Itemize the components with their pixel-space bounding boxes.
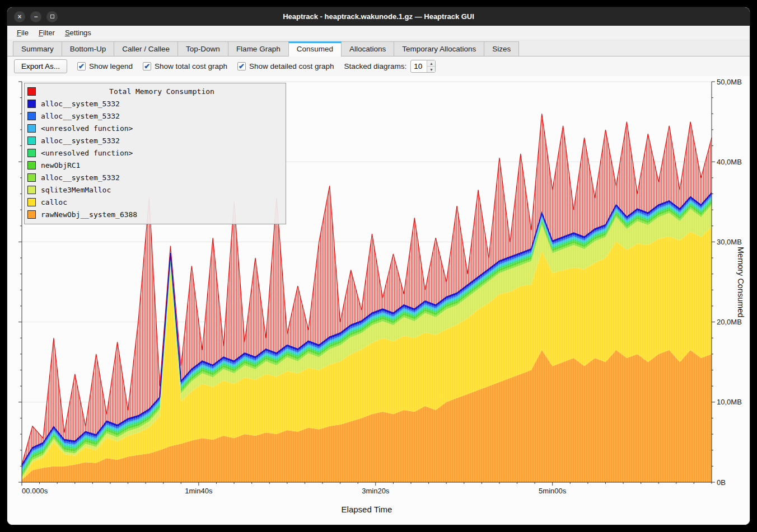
legend-item: <unresolved function> [27, 147, 283, 159]
legend-item-label: <unresolved function> [41, 124, 133, 133]
x-axis-title: Elapsed Time [22, 505, 712, 514]
legend-item: newObjRC1 [27, 159, 283, 171]
legend-swatch [27, 124, 36, 133]
show-legend-label: Show legend [89, 62, 133, 70]
show-total-cost-checkbox-group[interactable]: ✔ Show total cost graph [143, 62, 227, 70]
x-tick-label: 1min40s [185, 487, 213, 495]
y-axis-title: Memory Consumed [736, 82, 745, 482]
x-tick-label: 3min20s [362, 487, 390, 495]
legend-swatch [27, 173, 36, 182]
legend-title: Total Memory Consumption [41, 87, 283, 96]
legend-swatch [27, 210, 36, 219]
tab-flame-graph[interactable]: Flame Graph [228, 41, 289, 56]
stacked-diagrams-label: Stacked diagrams: [344, 62, 407, 70]
legend-item-label: alloc__system_5332 [41, 100, 120, 108]
menu-bar: File Filter Settings [7, 26, 750, 40]
tab-bottom-up[interactable]: Bottom-Up [62, 41, 115, 56]
legend-item: alloc__system_5332 [27, 171, 283, 183]
window-title: Heaptrack - heaptrack.wakunode.1.gz — He… [283, 12, 474, 21]
legend-item-label: alloc__system_5332 [41, 136, 120, 145]
show-detailed-cost-label: Show detailed cost graph [249, 62, 334, 70]
menu-file[interactable]: File [12, 27, 34, 39]
legend-swatch [27, 112, 36, 120]
legend-item-label: newObjRC1 [41, 161, 80, 170]
chart-toolbar: Export As... ✔ Show legend ✔ Show total … [7, 57, 750, 76]
legend-swatch [27, 136, 36, 145]
tab-sizes[interactable]: Sizes [484, 41, 519, 56]
legend-item: <unresolved function> [27, 122, 283, 134]
heaptrack-window: × − Heaptrack - heaptrack.wakunode.1.gz … [7, 7, 750, 525]
minimize-button[interactable]: − [30, 11, 41, 22]
legend-item: alloc__system_5332 [27, 134, 283, 147]
legend-item-label: alloc__system_5332 [41, 112, 120, 120]
legend-item-label: alloc__system_5332 [41, 173, 120, 182]
close-button[interactable]: × [14, 11, 25, 22]
menu-settings[interactable]: Settings [60, 27, 96, 39]
tab-caller-callee[interactable]: Caller / Callee [114, 41, 178, 56]
show-total-cost-checkbox[interactable]: ✔ [143, 62, 151, 70]
x-tick-label: 5min00s [539, 487, 567, 495]
window-controls: × − [14, 7, 58, 26]
legend-item-label: rawNewObj__system_6388 [41, 210, 137, 219]
legend-item: alloc__system_5332 [27, 110, 283, 122]
chart-legend: Total Memory Consumption alloc__system_5… [24, 83, 286, 224]
export-as-button[interactable]: Export As... [14, 59, 67, 73]
legend-item-label: calloc [41, 198, 67, 206]
stacked-diagrams-group: Stacked diagrams: ▲ ▼ [344, 60, 436, 73]
legend-item: sqlite3MemMalloc [27, 183, 283, 196]
maximize-icon [50, 15, 54, 18]
legend-swatch [27, 149, 36, 157]
legend-swatch [27, 161, 36, 170]
title-bar[interactable]: × − Heaptrack - heaptrack.wakunode.1.gz … [7, 7, 750, 26]
legend-item: calloc [27, 196, 283, 208]
x-tick-label: 00.000s [22, 487, 48, 495]
y-tick-label: 0B [717, 478, 726, 487]
menu-filter[interactable]: Filter [34, 27, 60, 39]
legend-item: alloc__system_5332 [27, 97, 283, 110]
spinner-arrows: ▲ ▼ [427, 60, 435, 72]
tab-top-down[interactable]: Top-Down [177, 41, 228, 56]
show-legend-checkbox-group[interactable]: ✔ Show legend [77, 62, 133, 70]
show-total-cost-label: Show total cost graph [155, 62, 227, 70]
spinner-down-button[interactable]: ▼ [427, 67, 435, 72]
legend-swatch [27, 100, 36, 108]
legend-title-row: Total Memory Consumption [27, 85, 283, 97]
tab-bar: Summary Bottom-Up Caller / Callee Top-Do… [7, 40, 750, 57]
legend-item-label: <unresolved function> [41, 149, 133, 157]
tab-allocations[interactable]: Allocations [341, 41, 394, 56]
legend-swatch [27, 198, 36, 206]
stacked-diagrams-spinner[interactable]: ▲ ▼ [410, 60, 436, 73]
maximize-button[interactable] [46, 11, 58, 22]
legend-item-label: sqlite3MemMalloc [41, 186, 111, 194]
consumed-chart-area: 0B10,0MB20,0MB30,0MB40,0MB50,0MB00.000s1… [7, 76, 750, 525]
show-legend-checkbox[interactable]: ✔ [77, 62, 86, 70]
tab-temporary-allocations[interactable]: Temporary Allocations [394, 41, 484, 56]
spinner-up-button[interactable]: ▲ [427, 60, 435, 67]
tab-consumed[interactable]: Consumed [288, 41, 342, 57]
legend-swatch [27, 186, 36, 194]
tab-summary[interactable]: Summary [13, 41, 62, 56]
show-detailed-cost-checkbox[interactable]: ✔ [237, 62, 246, 70]
show-detailed-cost-checkbox-group[interactable]: ✔ Show detailed cost graph [237, 62, 334, 70]
stacked-diagrams-input[interactable] [411, 60, 427, 72]
legend-swatch [27, 87, 36, 96]
legend-item: rawNewObj__system_6388 [27, 208, 283, 220]
